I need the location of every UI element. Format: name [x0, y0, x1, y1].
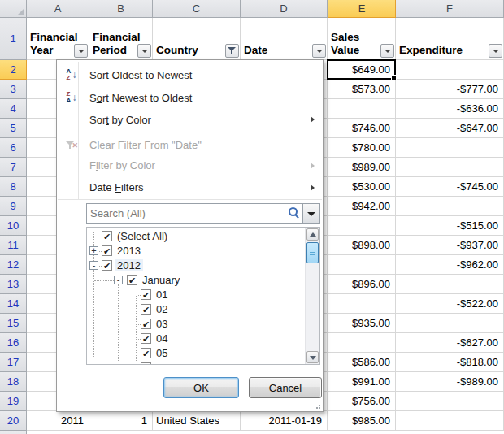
row-header-10[interactable]: 10 — [0, 216, 27, 236]
cell-f19[interactable] — [396, 392, 504, 411]
checkbox-05[interactable]: ✔ — [141, 348, 151, 358]
fill-handle[interactable] — [391, 75, 397, 80]
cell-f2[interactable] — [396, 60, 504, 80]
row-header-7[interactable]: 7 — [0, 158, 27, 177]
tree-label-04[interactable]: 04 — [154, 332, 170, 345]
row-header-5[interactable]: 5 — [0, 119, 27, 138]
filter-button-financial-year[interactable] — [74, 44, 88, 58]
menu-item-date-filters[interactable]: Date Filters — [58, 176, 322, 198]
tree-label-01[interactable]: 01 — [154, 289, 170, 301]
tree-label-2013[interactable]: 2013 — [115, 245, 143, 257]
cell-e10[interactable] — [328, 216, 396, 236]
tree-label-03[interactable]: 03 — [154, 318, 170, 330]
header-cell-sales-value[interactable]: Sales Value — [328, 18, 396, 60]
checkbox-04[interactable]: ✔ — [141, 333, 151, 344]
filter-button-country[interactable] — [225, 44, 239, 58]
cell-b20[interactable]: 1 — [89, 411, 153, 431]
row-header-11[interactable]: 11 — [0, 236, 27, 255]
row-header-17[interactable]: 17 — [0, 353, 27, 372]
cell-e12[interactable] — [328, 255, 396, 275]
cell-f18[interactable]: -$989.00 — [396, 372, 504, 392]
row-header-1[interactable]: 1 — [0, 18, 27, 60]
tree-label-select-all[interactable]: (Select All) — [115, 230, 170, 242]
row-header-2[interactable]: 2 — [0, 60, 27, 80]
select-all-corner[interactable] — [0, 0, 27, 18]
scrollbar-thumb[interactable] — [306, 242, 319, 263]
cell-f17[interactable]: -$818.00 — [396, 353, 504, 372]
cell-c20[interactable]: United States — [153, 411, 241, 431]
cell-f10[interactable]: -$515.00 — [396, 216, 504, 236]
cell-f12[interactable]: -$962.00 — [396, 255, 504, 275]
list-scrollbar[interactable] — [305, 228, 319, 364]
cell-e20[interactable]: $985.00 — [328, 411, 396, 431]
row-header-9[interactable]: 9 — [0, 197, 27, 216]
cell-d20[interactable]: 2011-01-19 — [241, 411, 328, 431]
cell-e5[interactable]: $746.00 — [328, 119, 396, 138]
row-header-4[interactable]: 4 — [0, 99, 27, 119]
cell-e11[interactable]: $898.00 — [328, 236, 396, 255]
checkbox-03[interactable]: ✔ — [141, 319, 151, 329]
column-header-b[interactable]: B — [89, 0, 153, 18]
row-header-21[interactable] — [0, 431, 27, 434]
cancel-button[interactable]: Cancel — [249, 377, 322, 398]
row-header-14[interactable]: 14 — [0, 294, 27, 314]
tree-label-january[interactable]: January — [140, 274, 182, 286]
row-header-20[interactable]: 20 — [0, 411, 27, 431]
menu-item-sort-by-color[interactable]: Sort by Color — [58, 109, 322, 130]
cell-e7[interactable]: $989.00 — [328, 158, 396, 177]
menu-item-sort-newest-to-oldest[interactable]: ZA↓Sort Newest to Oldest — [58, 86, 322, 109]
filter-button-sales-value[interactable] — [380, 44, 394, 58]
cell-f7[interactable] — [396, 158, 504, 177]
tree-label-06[interactable]: 06 — [154, 362, 170, 365]
column-header-f[interactable]: F — [396, 0, 504, 18]
cell-e4[interactable] — [328, 99, 396, 119]
search-input[interactable] — [87, 204, 286, 223]
row-header-8[interactable]: 8 — [0, 177, 27, 197]
cell-e3[interactable]: $573.00 — [328, 80, 396, 99]
cell-f13[interactable] — [396, 275, 504, 294]
filter-button-expenditure[interactable] — [489, 44, 502, 58]
cell-e15[interactable]: $935.00 — [328, 314, 396, 333]
checkbox-01[interactable]: ✔ — [141, 289, 151, 300]
cell-f3[interactable]: -$777.00 — [396, 80, 504, 99]
row-header-3[interactable]: 3 — [0, 80, 27, 99]
cell-f16[interactable]: -$627.00 — [396, 333, 504, 353]
checkbox-january[interactable]: ✔ — [127, 275, 137, 285]
column-header-d[interactable]: D — [241, 0, 328, 18]
cell-e14[interactable] — [328, 294, 396, 314]
tree-label-2012[interactable]: 2012 — [115, 259, 143, 271]
cell-f5[interactable]: -$647.00 — [396, 119, 504, 138]
cell-e18[interactable]: $991.00 — [328, 372, 396, 392]
header-cell-country[interactable]: Country — [153, 18, 241, 60]
checkbox-2013[interactable]: ✔ — [102, 245, 112, 256]
header-cell-expenditure[interactable]: Expenditure — [396, 18, 504, 60]
header-cell-financial-year[interactable]: Financial Year — [27, 18, 89, 60]
cell-f20[interactable] — [396, 411, 504, 431]
cell-f15[interactable] — [396, 314, 504, 333]
cell-f4[interactable]: -$636.00 — [396, 99, 504, 119]
scroll-down-button[interactable] — [306, 351, 319, 363]
checkbox-06[interactable]: ✔ — [141, 362, 151, 365]
cell-e17[interactable]: $586.00 — [328, 353, 396, 372]
cell-a20[interactable]: 2011 — [27, 411, 89, 431]
tree-label-02[interactable]: 02 — [154, 303, 170, 315]
cell-e19[interactable]: $756.00 — [328, 392, 396, 411]
collapse-icon-2012[interactable]: - — [89, 261, 98, 270]
checkbox-2012[interactable]: ✔ — [102, 260, 112, 271]
cell-f6[interactable] — [396, 138, 504, 158]
collapse-icon-january[interactable]: - — [114, 276, 123, 284]
cell-e2[interactable]: $649.00 — [328, 60, 396, 80]
cell-f8[interactable]: -$745.00 — [396, 177, 504, 197]
row-header-6[interactable]: 6 — [0, 138, 27, 158]
expand-icon-2013[interactable]: + — [89, 246, 98, 255]
checkbox-02[interactable]: ✔ — [141, 304, 151, 315]
header-cell-financial-period[interactable]: Financial Period — [89, 18, 153, 60]
row-header-19[interactable]: 19 — [0, 392, 27, 411]
row-header-18[interactable]: 18 — [0, 372, 27, 392]
scroll-up-button[interactable] — [306, 228, 319, 241]
cell-f9[interactable] — [396, 197, 504, 216]
row-header-13[interactable]: 13 — [0, 275, 27, 294]
filter-button-date[interactable] — [312, 44, 326, 58]
tree-label-05[interactable]: 05 — [154, 347, 170, 359]
resize-grip[interactable] — [313, 401, 320, 409]
